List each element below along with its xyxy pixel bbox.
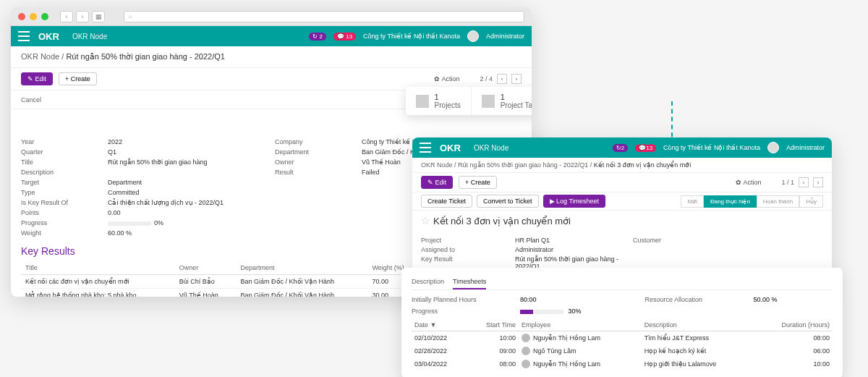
convert-ticket-button[interactable]: Convert to Ticket xyxy=(477,195,539,208)
smart-buttons: 1Projects 1Project Tasks xyxy=(406,87,532,115)
app-bar: OKR OKR Node ↻ 2 💬 13 Công ty Thiết kế N… xyxy=(11,26,532,46)
log-timesheet-button[interactable]: ▶ Log Timesheet xyxy=(543,195,606,208)
activity-badge[interactable]: ↻2 xyxy=(613,144,628,152)
next-button[interactable]: › xyxy=(511,74,522,84)
breadcrumb: OKR Node / Rút ngắn 50% thời gian giao h… xyxy=(11,46,532,68)
pager: 2 / 4 ‹ › xyxy=(480,74,522,84)
table-row[interactable]: 03/04/202208:00Nguyễn Thị Hồng LamHọp gi… xyxy=(412,357,833,370)
breadcrumb-current: Rút ngắn 50% thời gian giao hàng - 2022/… xyxy=(66,52,224,61)
smart-projects[interactable]: 1Projects xyxy=(406,87,472,115)
messages-badge[interactable]: 💬13 xyxy=(635,144,656,152)
smart-tasks[interactable]: 1Project Tasks xyxy=(472,87,532,115)
tabs-button[interactable]: ▦ xyxy=(92,11,105,22)
url-bar[interactable]: ⌕ xyxy=(124,11,524,22)
menu-okr-node[interactable]: OKR Node xyxy=(72,33,107,41)
edit-button[interactable]: ✎ Edit xyxy=(21,72,53,85)
task-title: ☆Kết nối 3 đơn vị vận chuyển mới xyxy=(412,211,832,231)
tasks-icon xyxy=(482,95,495,108)
timesheet-table: Date ▼Start Time EmployeeDescriptionDura… xyxy=(412,319,833,370)
star-icon[interactable]: ☆ xyxy=(421,215,430,226)
edit-button[interactable]: ✎ Edit xyxy=(421,176,453,189)
menu-icon[interactable] xyxy=(18,31,30,41)
minimize-icon[interactable] xyxy=(30,13,37,20)
table-row[interactable]: 02/10/202210:00Nguyễn Thị Hồng LamTìm hi… xyxy=(412,331,833,345)
prev-button[interactable]: ‹ xyxy=(497,74,507,84)
timesheets-panel: Description Timesheets Initially Planned… xyxy=(401,268,843,377)
app-name: OKR xyxy=(38,31,59,42)
close-icon[interactable] xyxy=(18,13,25,20)
cancel-button[interactable]: Cancel xyxy=(21,96,41,103)
company-name[interactable]: Công ty Thiết kế Nội thất Kanota xyxy=(363,33,460,40)
avatar[interactable] xyxy=(467,30,479,42)
connector-arrow xyxy=(629,101,673,145)
task-window: OKR OKR Node ↻2 💬13 Công ty Thiết kế Nội… xyxy=(412,137,832,282)
messages-badge[interactable]: 💬 13 xyxy=(333,33,356,41)
puzzle-icon xyxy=(416,95,429,108)
tab-timesheets[interactable]: Timesheets xyxy=(453,275,486,289)
breadcrumb-2: OKR Node / Rút ngắn 50% thời gian giao h… xyxy=(412,158,832,173)
table-row[interactable]: 02/28/202209:00Ngô Tùng LâmHọp kế hoạch … xyxy=(412,344,833,357)
menu-icon[interactable] xyxy=(420,143,431,153)
back-button[interactable]: ‹ xyxy=(60,11,73,22)
avatar[interactable] xyxy=(767,142,779,153)
action-menu[interactable]: ✿ Action xyxy=(434,75,459,82)
browser-titlebar: ‹ › ▦ ⌕ xyxy=(11,7,532,26)
create-button[interactable]: + Create xyxy=(59,72,97,85)
create-ticket-button[interactable]: Create Ticket xyxy=(421,195,472,208)
tab-description[interactable]: Description xyxy=(412,275,444,289)
user-name[interactable]: Administrator xyxy=(486,33,524,40)
forward-button[interactable]: › xyxy=(76,11,89,22)
maximize-icon[interactable] xyxy=(41,13,48,20)
app-bar-2: OKR OKR Node ↻2 💬13 Công ty Thiết kế Nội… xyxy=(412,137,832,158)
create-button[interactable]: + Create xyxy=(459,176,497,189)
breadcrumb-root[interactable]: OKR Node xyxy=(21,52,59,61)
activity-badge[interactable]: ↻ 2 xyxy=(309,33,326,41)
